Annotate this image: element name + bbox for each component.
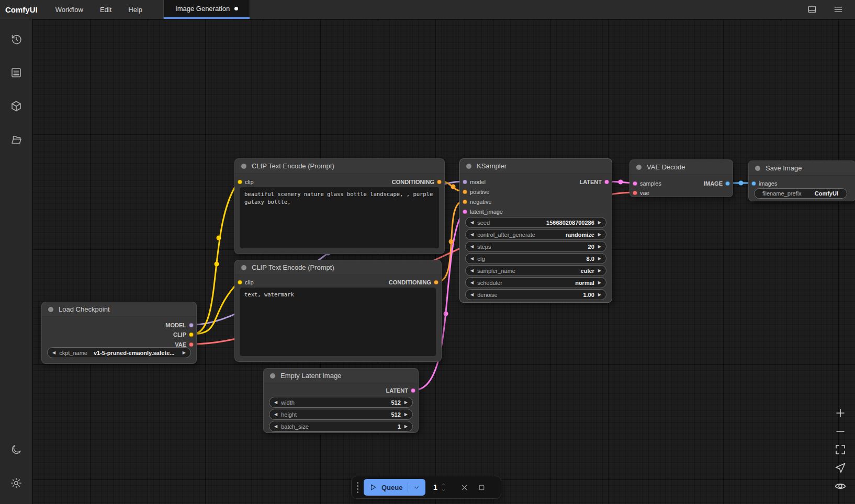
queue-icon[interactable] [0,59,32,86]
collapse-dot-icon[interactable] [241,164,246,169]
tab-image-generation[interactable]: Image Generation [164,0,250,19]
select-mode-icon[interactable] [834,462,847,474]
node-vae-decode[interactable]: VAE Decode samples IMAGE vae [629,159,733,197]
widget-scheduler[interactable]: ◀ scheduler normal ▶ [465,277,606,288]
prompt-textarea[interactable]: beautiful scenery nature glass bottle la… [240,187,439,248]
decrement-arrow-icon[interactable]: ◀ [470,245,474,249]
hamburger-menu-icon[interactable] [832,3,845,16]
input-port-vae[interactable] [633,191,637,196]
node-title-bar[interactable]: VAE Decode [630,160,733,175]
graph-canvas[interactable] [32,19,855,504]
stepper-up-icon[interactable] [441,482,446,487]
menu-workflow[interactable]: Workflow [47,0,92,19]
workflows-folder-icon[interactable] [0,126,32,153]
queue-button[interactable]: Queue [364,479,425,496]
node-clip-text-encode-negative[interactable]: CLIP Text Encode (Prompt) clip CONDITION… [234,260,442,362]
widget-batch-size[interactable]: ◀ batch_size 1 ▶ [269,421,413,432]
collapse-dot-icon[interactable] [755,166,760,171]
decrement-arrow-icon[interactable]: ◀ [470,233,474,237]
decrement-arrow-icon[interactable]: ◀ [470,257,474,261]
output-port-latent[interactable] [604,180,609,185]
collapse-dot-icon[interactable] [636,165,642,170]
output-port-model[interactable] [189,323,194,328]
output-port-clip[interactable] [189,333,194,337]
decrement-arrow-icon[interactable]: ◀ [52,351,55,355]
node-title-bar[interactable]: CLIP Text Encode (Prompt) [235,159,444,174]
stop-icon[interactable] [477,483,486,492]
decrement-arrow-icon[interactable]: ◀ [470,293,474,297]
node-title-bar[interactable]: CLIP Text Encode (Prompt) [235,260,441,275]
widget-control-after-generate[interactable]: ◀ control_after_generate randomize ▶ [465,229,606,240]
zoom-out-icon[interactable] [834,425,847,438]
input-port-images[interactable] [751,181,756,186]
clear-queue-icon[interactable] [460,483,469,492]
collapse-dot-icon[interactable] [466,164,471,169]
widget-cfg[interactable]: ◀ cfg 8.0 ▶ [465,253,606,264]
node-load-checkpoint[interactable]: Load Checkpoint MODEL CLIP VAE ◀ ckpt_na… [41,302,197,364]
comfyui-logo[interactable]: ComfyUI [0,0,47,19]
node-title-bar[interactable]: Empty Latent Image [264,369,418,383]
widget-steps[interactable]: ◀ steps 20 ▶ [465,241,606,252]
widget-seed[interactable]: ◀ seed 156680208700286 ▶ [465,217,606,228]
widget-denoise[interactable]: ◀ denoise 1.00 ▶ [465,289,606,300]
node-title-bar[interactable]: KSampler [460,159,612,174]
decrement-arrow-icon[interactable]: ◀ [470,221,474,225]
input-port-clip[interactable] [238,180,242,185]
increment-arrow-icon[interactable]: ▶ [183,351,186,355]
node-ksampler[interactable]: KSampler model LATENT positive negative … [459,158,612,303]
increment-arrow-icon[interactable]: ▶ [598,233,601,237]
increment-arrow-icon[interactable]: ▶ [598,281,601,285]
node-empty-latent-image[interactable]: Empty Latent Image LATENT ◀ width 512 ▶ … [263,368,419,433]
output-port-vae[interactable] [189,342,194,347]
increment-arrow-icon[interactable]: ▶ [404,413,408,417]
collapse-dot-icon[interactable] [48,307,53,312]
zoom-in-icon[interactable] [834,407,847,419]
toggle-link-visibility-icon[interactable] [834,480,847,492]
node-library-icon[interactable] [0,93,32,120]
input-port-negative[interactable] [463,200,467,204]
bottom-panel-toggle-icon[interactable] [806,3,818,16]
drag-handle-icon[interactable] [357,482,358,493]
output-port-latent[interactable] [411,388,415,393]
chevron-down-icon[interactable] [412,484,420,491]
widget-sampler-name[interactable]: ◀ sampler_name euler ▶ [465,265,606,276]
input-port-positive[interactable] [463,190,467,194]
widget-ckpt-name[interactable]: ◀ ckpt_name v1-5-pruned-emaonly.safete..… [47,347,191,358]
output-port-image[interactable] [725,181,730,186]
batch-count-input[interactable]: 1 [425,479,454,496]
node-clip-text-encode-positive[interactable]: CLIP Text Encode (Prompt) clip CONDITION… [234,158,445,254]
fit-view-icon[interactable] [834,443,847,456]
increment-arrow-icon[interactable]: ▶ [404,425,408,429]
node-save-image[interactable]: Save Image images filename_prefix ComfyU… [748,161,855,201]
decrement-arrow-icon[interactable]: ◀ [470,281,474,285]
increment-arrow-icon[interactable]: ▶ [598,293,601,297]
widget-filename-prefix[interactable]: filename_prefix ComfyUI [754,188,847,199]
increment-arrow-icon[interactable]: ▶ [598,257,601,261]
theme-moon-icon[interactable] [0,436,32,463]
node-title-bar[interactable]: Save Image [749,161,855,176]
output-port-conditioning[interactable] [434,280,438,285]
increment-arrow-icon[interactable]: ▶ [598,221,601,225]
prompt-textarea[interactable]: text, watermark [240,288,436,356]
increment-arrow-icon[interactable]: ▶ [598,245,601,249]
stepper-down-icon[interactable] [441,488,446,492]
increment-arrow-icon[interactable]: ▶ [598,269,601,273]
settings-gear-icon[interactable] [0,469,32,497]
widget-height[interactable]: ◀ height 512 ▶ [269,409,413,420]
increment-arrow-icon[interactable]: ▶ [404,400,408,405]
input-port-model[interactable] [463,180,467,185]
collapse-dot-icon[interactable] [241,265,246,270]
node-title-bar[interactable]: Load Checkpoint [42,302,196,317]
decrement-arrow-icon[interactable]: ◀ [274,425,277,429]
menu-help[interactable]: Help [120,0,151,19]
collapse-dot-icon[interactable] [270,373,275,379]
workflow-history-icon[interactable] [0,26,32,53]
decrement-arrow-icon[interactable]: ◀ [274,413,277,417]
input-port-samples[interactable] [633,181,637,186]
output-port-conditioning[interactable] [437,180,442,185]
input-port-clip[interactable] [238,280,242,285]
decrement-arrow-icon[interactable]: ◀ [470,269,474,273]
decrement-arrow-icon[interactable]: ◀ [274,400,277,405]
widget-width[interactable]: ◀ width 512 ▶ [269,397,413,408]
input-port-latent-image[interactable] [463,210,467,214]
